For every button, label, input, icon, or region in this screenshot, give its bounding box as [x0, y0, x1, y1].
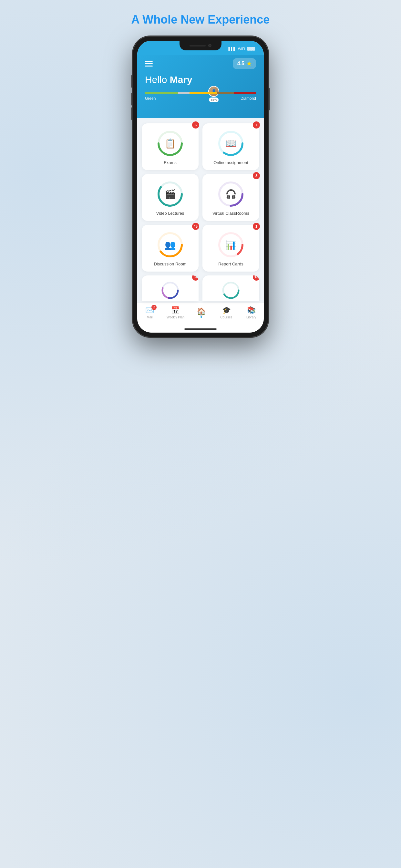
exams-icon-wrapper: 📋: [157, 130, 184, 157]
report-cards-icon: 📊: [225, 240, 237, 250]
card-online-assignment[interactable]: 7 📖 Online assignment: [203, 123, 259, 170]
weekly-plan-icon: 📅: [171, 306, 180, 314]
courses-label: Courses: [220, 315, 232, 319]
nav-item-home[interactable]: 🏠: [193, 307, 210, 318]
badge-discussion-room: 45: [192, 223, 199, 230]
weekly-plan-label: Weekly Plan: [166, 315, 184, 319]
nav-item-courses[interactable]: 🎓 Courses: [218, 306, 235, 319]
card-video-lectures[interactable]: 🎬 Video Lectures: [142, 174, 198, 221]
notch-camera: [208, 44, 212, 47]
header-top: 4.5 ★: [145, 58, 256, 69]
badge-online-assignment: 7: [253, 121, 260, 128]
home-bar: [184, 329, 217, 330]
progress-container: 👤 65% Green Diamond: [145, 92, 256, 108]
wifi-icon: WiFi: [238, 47, 245, 51]
battery-icon: ▓▓▓: [247, 47, 255, 51]
rating-value: 4.5: [237, 61, 244, 66]
hamburger-line-1: [145, 61, 153, 62]
status-icons: ▌▌▌ WiFi ▓▓▓: [228, 47, 255, 51]
home-active-dot: [201, 316, 202, 318]
app-header: 4.5 ★ Hello Mary 👤 65% Green Diamond: [137, 55, 264, 118]
progress-bar: [145, 92, 256, 94]
partial-card-2[interactable]: 13: [203, 275, 259, 301]
greeting-prefix: Hello: [145, 74, 170, 85]
phone-screen: ▌▌▌ WiFi ▓▓▓ 4.5 ★: [137, 41, 264, 333]
partial-row: 31 13: [142, 275, 259, 301]
card-virtual-classrooms[interactable]: 8 🎧 Virtual ClassRooms: [203, 174, 259, 221]
phone-frame: ▌▌▌ WiFi ▓▓▓ 4.5 ★: [133, 36, 268, 337]
nav-item-library[interactable]: 📚 Library: [243, 306, 259, 319]
card-discussion-room[interactable]: 45 👥 Discussion Room: [142, 225, 198, 272]
card-report-cards[interactable]: 1 📊 Report Cards: [203, 225, 259, 272]
badge-report-cards: 1: [253, 223, 260, 230]
mail-nav-badge: 11: [151, 305, 157, 310]
discussion-room-label: Discussion Room: [154, 261, 186, 267]
bottom-nav: 11 ✉️ Mail 📅 Weekly Plan 🏠 🎓 Courses: [137, 303, 264, 326]
badge-partial-2: 13: [253, 275, 259, 281]
greeting: Hello Mary: [145, 74, 256, 85]
notch: [180, 41, 221, 51]
progress-labels: Green Diamond: [145, 96, 256, 101]
page-headline: A Whole New Experience: [131, 13, 270, 27]
mail-label: Mail: [147, 315, 152, 319]
headline-highlight: Experience: [208, 13, 270, 26]
video-lectures-icon-wrapper: 🎬: [157, 181, 184, 208]
library-label: Library: [246, 315, 256, 319]
online-assignment-label: Online assignment: [213, 160, 248, 165]
hamburger-menu-button[interactable]: [145, 61, 153, 66]
page-wrapper: A Whole New Experience ▌▌▌ WiFi ▓▓▓: [110, 13, 291, 337]
card-exams[interactable]: 6 📋 Exams: [142, 123, 198, 170]
online-assignment-icon-wrapper: 📖: [217, 130, 244, 157]
rating-star-icon: ★: [246, 60, 251, 67]
exams-icon: 📋: [165, 138, 176, 149]
progress-start: Green: [145, 96, 156, 101]
exams-label: Exams: [164, 160, 177, 165]
online-assignment-icon: 📖: [225, 138, 237, 149]
virtual-classrooms-icon-wrapper: 🎧: [217, 181, 244, 208]
home-icon: 🏠: [197, 307, 206, 316]
main-grid: 6 📋 Exams 7: [142, 123, 259, 272]
headline-prefix: A Whole New: [131, 13, 208, 26]
virtual-classrooms-label: Virtual ClassRooms: [212, 211, 249, 216]
greeting-name: Mary: [170, 74, 192, 85]
nav-item-weekly-plan[interactable]: 📅 Weekly Plan: [166, 306, 184, 319]
progress-percent: 65%: [209, 97, 219, 102]
badge-partial-1: 31: [192, 275, 198, 281]
partial-ring-2: [221, 281, 241, 300]
courses-icon: 🎓: [222, 306, 231, 314]
report-cards-icon-wrapper: 📊: [217, 231, 244, 258]
partial-card-1[interactable]: 31: [142, 275, 198, 301]
video-lectures-icon: 🎬: [165, 189, 176, 199]
rating-badge: 4.5 ★: [233, 58, 256, 69]
library-icon: 📚: [247, 306, 256, 314]
video-lectures-label: Video Lectures: [156, 211, 184, 216]
home-indicator: [137, 326, 264, 333]
nav-item-mail[interactable]: 11 ✉️ Mail: [142, 306, 158, 319]
badge-virtual-classrooms: 8: [253, 172, 260, 179]
virtual-classrooms-icon: 🎧: [225, 189, 237, 199]
discussion-room-icon-wrapper: 👥: [157, 231, 184, 258]
discussion-room-icon: 👥: [165, 240, 176, 250]
progress-end: Diamond: [241, 96, 256, 101]
app-content: 6 📋 Exams 7: [137, 118, 264, 301]
hamburger-line-2: [145, 63, 153, 64]
hamburger-line-3: [145, 66, 153, 66]
report-cards-label: Report Cards: [218, 261, 243, 267]
badge-exams: 6: [192, 121, 199, 128]
partial-ring-1: [160, 281, 180, 300]
signal-icon: ▌▌▌: [228, 47, 236, 51]
avatar: 👤: [208, 86, 219, 97]
notch-speaker: [189, 45, 206, 46]
